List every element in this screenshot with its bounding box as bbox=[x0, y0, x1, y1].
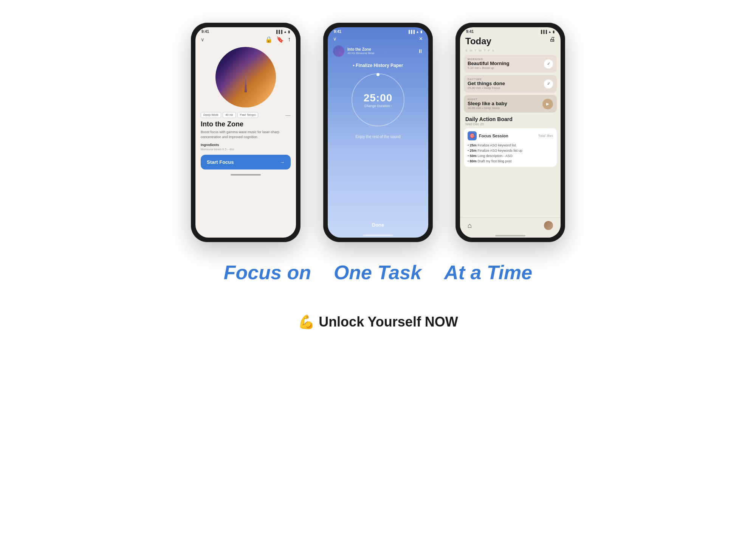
home-indicator bbox=[195, 169, 296, 177]
phone-3-status-bar: 9:41 ▐▐▐ ▲ ▮ bbox=[460, 27, 561, 34]
board-title: Daily Action Board bbox=[465, 116, 555, 122]
cta-section[interactable]: 💪 Unlock Yourself NOW bbox=[298, 314, 458, 330]
cta-text: Unlock Yourself NOW bbox=[315, 314, 458, 330]
phones-row: 9:41 ▐▐▐ ▲ ▮ ∨ 🔒 🔖 ↑ bbox=[191, 23, 565, 242]
daytime-card-info: DAYTIME Get things done 25-90 min • Deep… bbox=[468, 78, 505, 90]
minus-icon[interactable]: — bbox=[285, 112, 291, 118]
track-name: Into the Zone bbox=[347, 47, 415, 51]
phone-2-top-bar: ∨ ✕ bbox=[328, 34, 428, 44]
bottom-nav: ⌂ bbox=[460, 218, 561, 232]
wifi-icon: ▲ bbox=[284, 30, 287, 34]
battery-icon: ▮ bbox=[553, 30, 555, 34]
morning-check: ✓ bbox=[544, 59, 553, 68]
home-bar bbox=[495, 235, 525, 236]
focus-task-2: 25m Finalize ASO keywords list up bbox=[468, 148, 553, 153]
home-bar bbox=[231, 174, 261, 176]
signal-icon: ▐▐▐ bbox=[407, 30, 415, 34]
chevron-down-icon[interactable]: ∨ bbox=[333, 36, 337, 42]
phone-1-screen: 9:41 ▐▐▐ ▲ ▮ ∨ 🔒 🔖 ↑ bbox=[195, 27, 296, 238]
lock-icon[interactable]: 🔒 bbox=[265, 36, 273, 43]
phone-2: 9:41 ▐▐▐ ▲ ▮ ∨ ✕ Into the Zone 40 Hz Bin… bbox=[323, 23, 433, 242]
current-task: Finalize History Paper bbox=[328, 60, 428, 70]
phone-1-top-bar: ∨ 🔒 🔖 ↑ bbox=[195, 34, 296, 45]
phone-1-status-bar: 9:41 ▐▐▐ ▲ ▮ bbox=[195, 27, 296, 34]
night-sub: 30-60 min • Deep Sleep bbox=[468, 106, 507, 110]
phone-3-status-icons: ▐▐▐ ▲ ▮ bbox=[540, 30, 555, 34]
daytime-label: DAYTIME bbox=[468, 78, 505, 81]
phone-3-header: Today 🖨 bbox=[460, 34, 561, 49]
focus-task-4: 80m Draft my first blog post bbox=[468, 159, 553, 164]
phone-3-time: 9:41 bbox=[466, 30, 474, 34]
spacer bbox=[328, 143, 428, 222]
daytime-card[interactable]: DAYTIME Get things done 25-90 min • Deep… bbox=[464, 75, 557, 93]
track-subtitle: 40 Hz Binaural Beat bbox=[347, 51, 415, 55]
pause-icon[interactable]: ⏸ bbox=[418, 48, 423, 54]
today-title: Today bbox=[465, 36, 491, 47]
battery-icon: ▮ bbox=[288, 30, 290, 34]
ingredients-label: Ingredients bbox=[195, 141, 296, 148]
wifi-icon: ▲ bbox=[416, 30, 419, 34]
tags-row: Deep Work 40 Hz Fast Tempo — bbox=[195, 110, 296, 120]
timer-container: 25:00 Change Duration › bbox=[328, 70, 428, 130]
timer-ring: 25:00 Change Duration › bbox=[352, 73, 404, 126]
home-indicator bbox=[460, 232, 561, 238]
phone-1-time: 9:41 bbox=[201, 30, 209, 34]
tag-40hz: 40 Hz bbox=[223, 112, 236, 118]
start-focus-label: Start Focus bbox=[207, 159, 234, 165]
track-title: Into the Zone bbox=[195, 120, 296, 129]
enjoy-text: Enjoy the rest of the sound bbox=[328, 130, 428, 143]
headline-word-3: At a Time bbox=[444, 261, 532, 284]
timer-display: 25:00 bbox=[364, 92, 393, 104]
album-thumbnail bbox=[333, 45, 344, 57]
focus-task-1: 25m Finalize ASO keyword list bbox=[468, 143, 553, 148]
home-nav-icon[interactable]: ⌂ bbox=[468, 222, 472, 230]
night-play-button[interactable]: ▶ bbox=[542, 99, 553, 109]
change-duration-button[interactable]: Change Duration › bbox=[364, 104, 392, 108]
cta-emoji: 💪 bbox=[298, 314, 315, 330]
tag-fast-tempo: Fast Tempo bbox=[237, 112, 259, 118]
phone-3-screen: 9:41 ▐▐▐ ▲ ▮ Today 🖨 S M T W T F S MORNI… bbox=[460, 27, 561, 238]
night-title: Sleep like a baby bbox=[468, 101, 507, 106]
phone-1-action-icons: 🔒 🔖 ↑ bbox=[265, 36, 291, 43]
share-icon[interactable]: ↑ bbox=[288, 36, 291, 43]
board-date: Wed Dec 20 bbox=[465, 122, 555, 126]
daytime-title: Get things done bbox=[468, 81, 505, 86]
start-focus-button[interactable]: Start Focus → bbox=[201, 155, 291, 169]
morning-label: MORNING bbox=[468, 58, 510, 61]
printer-icon[interactable]: 🖨 bbox=[549, 36, 555, 43]
bookmark-icon[interactable]: 🔖 bbox=[276, 36, 284, 43]
night-card[interactable]: NIGHT Sleep like a baby 30-60 min • Deep… bbox=[464, 95, 557, 113]
morning-sub: 5-10 min • Boost up bbox=[468, 66, 510, 70]
now-playing-bar: Into the Zone 40 Hz Binaural Beat ⏸ bbox=[328, 44, 428, 60]
morning-card-info: MORNING Beautiful Morning 5-10 min • Boo… bbox=[468, 58, 510, 70]
signal-icon: ▐▐▐ bbox=[275, 30, 282, 34]
chevron-down-icon[interactable]: ∨ bbox=[201, 37, 204, 42]
chevron-right-icon: › bbox=[391, 104, 392, 108]
battery-icon: ▮ bbox=[420, 30, 422, 34]
focus-task-3: 50m Long description - ASO bbox=[468, 153, 553, 159]
night-label: NIGHT bbox=[468, 98, 507, 101]
close-icon[interactable]: ✕ bbox=[419, 36, 423, 42]
focus-total: Total 3hrs bbox=[538, 134, 553, 138]
morning-title: Beautiful Morning bbox=[468, 61, 510, 66]
phone-3: 9:41 ▐▐▐ ▲ ▮ Today 🖨 S M T W T F S MORNI… bbox=[455, 23, 565, 242]
focus-session-label: Focus Session bbox=[479, 134, 508, 138]
done-button[interactable]: Done bbox=[328, 222, 428, 230]
phone-2-status-icons: ▐▐▐ ▲ ▮ bbox=[407, 30, 422, 34]
change-duration-label: Change Duration bbox=[364, 104, 390, 108]
headline-word-2: One Task bbox=[334, 261, 421, 284]
phone-2-time: 9:41 bbox=[334, 30, 341, 34]
album-art-circle bbox=[215, 47, 276, 107]
signal-icon: ▐▐▐ bbox=[540, 30, 547, 34]
wifi-icon: ▲ bbox=[548, 30, 552, 34]
phone-1: 9:41 ▐▐▐ ▲ ▮ ∨ 🔒 🔖 ↑ bbox=[191, 23, 301, 242]
headline-row: Focus on One Task At a Time bbox=[224, 261, 532, 284]
daytime-sub: 25-90 min • Deep Focus bbox=[468, 86, 505, 90]
profile-avatar[interactable] bbox=[544, 221, 553, 230]
morning-card[interactable]: MORNING Beautiful Morning 5-10 min • Boo… bbox=[464, 55, 557, 73]
focus-card-header: 🎯 Focus Session Total 3hrs bbox=[468, 131, 553, 140]
headline-word-1: Focus on bbox=[224, 261, 311, 284]
phone-1-status-icons: ▐▐▐ ▲ ▮ bbox=[275, 30, 290, 34]
focus-title-group: 🎯 Focus Session bbox=[468, 131, 508, 140]
track-description: Boost focus with gamma wave music for la… bbox=[195, 129, 296, 141]
